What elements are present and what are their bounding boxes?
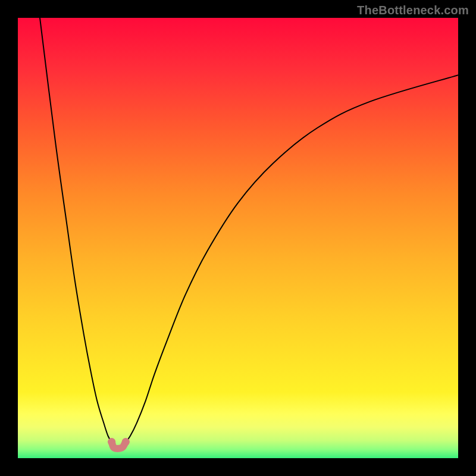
marker-left-dot	[108, 438, 115, 446]
curve-left-branch	[40, 18, 112, 442]
curve-right-branch	[126, 75, 458, 441]
watermark-text: TheBottleneck.com	[357, 4, 469, 17]
marker-right-dot	[122, 438, 130, 446]
chart-frame: TheBottleneck.com	[0, 0, 476, 476]
chart-svg	[18, 18, 458, 458]
plot-area	[18, 18, 458, 458]
